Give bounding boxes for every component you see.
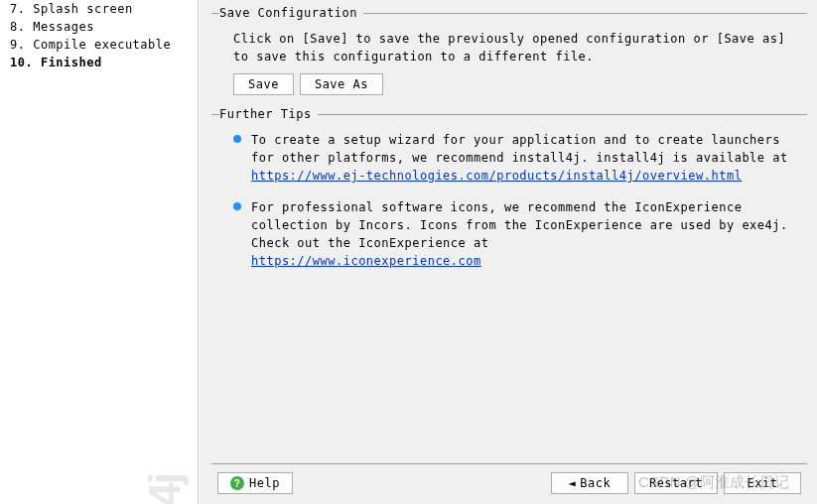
step-item[interactable]: 8. Messages [4, 18, 194, 36]
save-button[interactable]: Save [233, 73, 294, 95]
save-as-button[interactable]: Save As [300, 73, 383, 95]
step-label: Finished [41, 56, 102, 69]
step-item[interactable]: 9. Compile executable [4, 36, 194, 54]
main-panel: Save Configuration Click on [Save] to sa… [199, 0, 817, 504]
tip-item: For professional software icons, we reco… [223, 198, 799, 270]
step-label: Messages [33, 20, 94, 34]
exit-button[interactable]: Exit [724, 472, 801, 494]
back-label: Back [580, 476, 611, 490]
step-label: Compile executable [33, 38, 171, 52]
help-label: Help [249, 476, 280, 490]
save-description: Click on [Save] to save the previously o… [223, 30, 799, 65]
help-icon: ? [230, 476, 244, 490]
restart-button[interactable]: Restart [634, 472, 718, 494]
step-label: Splash screen [33, 2, 132, 16]
tip-text: For professional software icons, we reco… [251, 200, 788, 250]
group-title: Further Tips [219, 107, 318, 121]
step-num: 9. [10, 38, 25, 52]
step-item-current[interactable]: 10. Finished [4, 54, 194, 71]
tip-link[interactable]: https://www.ej-technologies.com/products… [251, 169, 742, 183]
tip-text: To create a setup wizard for your applic… [251, 133, 788, 165]
tip-link[interactable]: https://www.iconexperience.com [251, 254, 481, 268]
back-button[interactable]: ◄ Back [551, 472, 628, 494]
wizard-footer: ? Help ◄ Back Restart Exit [211, 463, 807, 504]
tip-item: To create a setup wizard for your applic… [223, 131, 799, 185]
step-num: 7. [10, 2, 25, 16]
save-configuration-group: Save Configuration Click on [Save] to sa… [211, 6, 807, 101]
step-num: 10. [10, 56, 33, 69]
step-item[interactable]: 7. Splash screen [4, 0, 194, 18]
bullet-icon [233, 202, 241, 210]
bullet-icon [233, 135, 241, 143]
group-title: Save Configuration [219, 6, 363, 20]
help-button[interactable]: ? Help [217, 472, 293, 494]
further-tips-group: Further Tips To create a setup wizard fo… [211, 107, 807, 290]
product-watermark: exe4j [140, 474, 190, 504]
step-num: 8. [10, 20, 25, 34]
wizard-steps-sidebar: 7. Splash screen 8. Messages 9. Compile … [0, 0, 199, 504]
arrow-left-icon: ◄ [569, 476, 577, 490]
